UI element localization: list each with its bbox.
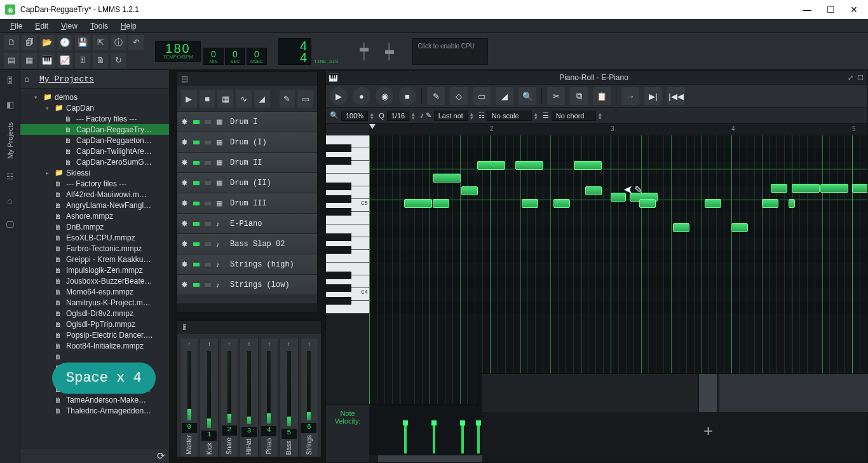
song-play-button[interactable]: ▶	[181, 90, 197, 107]
folder-row[interactable]: ▸📁Skiessi	[20, 167, 169, 178]
track-row[interactable]: ✸ ♪ E-Piano	[177, 213, 317, 233]
note[interactable]	[820, 184, 848, 193]
pr-scale-field[interactable]: ☷ No scale ▴▾	[478, 111, 538, 121]
track-row[interactable]: ✸ ▦ Drum (II)	[177, 172, 317, 193]
song-auto-button[interactable]: ◢	[254, 90, 270, 107]
pr-record-button[interactable]: ●	[353, 87, 370, 105]
folder-row[interactable]: ▾📁CapDan	[20, 102, 169, 113]
cpu-meter[interactable]: Click to enable CPU	[412, 38, 488, 65]
pr-select-button[interactable]: ▭	[473, 87, 491, 105]
note-grid[interactable]: ➤✎	[369, 135, 867, 404]
pr-next-button[interactable]: →	[621, 87, 639, 105]
reload-icon[interactable]: ⟳	[157, 450, 165, 462]
export-button[interactable]: ⇱	[93, 35, 108, 50]
note[interactable]	[433, 199, 449, 208]
rail-computer-icon[interactable]: 🖵	[4, 218, 17, 231]
velocity-bar[interactable]	[461, 423, 464, 453]
file-row[interactable]: 🗎CapDan-TwilightAre…	[20, 146, 169, 156]
file-row[interactable]: 🗎--- Factory files ---	[20, 178, 169, 189]
info-button[interactable]: ⓘ	[111, 35, 126, 50]
new-project-button[interactable]: 🗋	[4, 35, 19, 50]
file-row[interactable]: 🗎EsoXLB-CPU.mmpz	[20, 232, 169, 243]
gear-icon[interactable]: ✸	[181, 117, 188, 127]
send-arrow-icon[interactable]: ↑	[287, 338, 290, 349]
rail-my-projects-label[interactable]: My Projects	[6, 122, 14, 158]
pr-detune-button[interactable]: ◢	[496, 87, 513, 105]
solo-led[interactable]	[205, 283, 211, 287]
fader[interactable]	[247, 351, 251, 424]
mute-led[interactable]	[193, 120, 200, 124]
mute-led[interactable]	[193, 141, 200, 144]
timeline-minimap[interactable]: +	[482, 373, 867, 462]
pr-zoom-button[interactable]: 🔍	[519, 87, 536, 105]
gear-icon[interactable]: ✸	[181, 280, 188, 289]
file-row[interactable]: 🗎Thaledric-Armageddon…	[20, 405, 169, 416]
track-row[interactable]: ✸ ▦ Drum I	[177, 111, 317, 132]
mixer-channel[interactable]: ↑ 2 Snare	[220, 338, 238, 457]
mute-led[interactable]	[193, 181, 200, 185]
rail-samples-icon[interactable]: ◧	[4, 98, 17, 111]
track-row[interactable]: ✸ ♪ Bass Slap 02	[177, 233, 317, 254]
pr-recplay-button[interactable]: ◉	[376, 87, 393, 105]
file-row[interactable]: 🗎Ashore.mmpz	[20, 211, 169, 221]
fader[interactable]	[187, 351, 191, 420]
file-row[interactable]: 🗎--- Factory files ---	[20, 113, 169, 124]
send-arrow-icon[interactable]: ↑	[187, 338, 191, 349]
velocity-bar[interactable]	[477, 423, 480, 453]
note[interactable]	[477, 161, 505, 170]
send-arrow-icon[interactable]: ↑	[247, 338, 250, 349]
bb-button[interactable]: ▦	[22, 53, 37, 68]
track-row[interactable]: ✸ ▦ Drum III	[177, 193, 317, 213]
solo-led[interactable]	[205, 242, 211, 246]
note[interactable]	[852, 184, 867, 193]
gear-icon[interactable]: ✸	[181, 219, 188, 228]
open-button[interactable]: 📂	[39, 35, 55, 50]
velocity-bar[interactable]	[404, 423, 407, 453]
menu-file[interactable]: File	[4, 20, 29, 32]
minimize-button[interactable]: —	[803, 4, 811, 15]
note[interactable]	[789, 199, 795, 208]
solo-led[interactable]	[205, 141, 211, 144]
mixer-channel[interactable]: ↑ 3 HiHat	[240, 338, 258, 457]
piano-keyboard[interactable]: C5C4	[326, 135, 369, 404]
file-row[interactable]: 🗎Impulslogik-Zen.mmpz	[20, 265, 169, 275]
automation-button[interactable]: 📈	[57, 53, 72, 68]
pr-ruler[interactable]: 2345	[326, 124, 867, 135]
send-arrow-icon[interactable]: ↑	[227, 338, 231, 349]
mixer-channel[interactable]: ↑ 1 Kick	[200, 338, 218, 457]
mute-led[interactable]	[193, 242, 200, 246]
note[interactable]	[731, 223, 748, 232]
fader[interactable]	[227, 351, 231, 423]
gear-icon[interactable]: ✸	[181, 198, 188, 208]
note[interactable]	[522, 199, 538, 208]
pr-paste-button[interactable]: 📋	[593, 87, 611, 105]
pr-chord-field[interactable]: ☰ No chord ▴▾	[543, 111, 602, 121]
pr-skipstart-button[interactable]: |◀◀	[667, 87, 685, 105]
note[interactable]	[574, 161, 602, 170]
songed-button[interactable]: ▤	[4, 53, 19, 68]
add-segment-icon[interactable]: +	[703, 421, 713, 441]
file-row[interactable]: 🗎CapDan-ReggaeTry…	[20, 124, 169, 135]
pr-play-button[interactable]: ▶	[330, 87, 348, 105]
file-row[interactable]: 🗎Greippi - Krem Kaakku…	[20, 254, 169, 265]
note[interactable]	[585, 186, 602, 195]
file-row[interactable]: 🗎Jousboxx-BuzzerBeate…	[20, 275, 169, 286]
grip-icon[interactable]: ▤	[181, 74, 191, 83]
master-pitch-slider[interactable]	[377, 36, 400, 67]
save-button[interactable]: 💾	[75, 35, 90, 50]
note[interactable]	[771, 184, 787, 193]
pianoroll-max-icon[interactable]: ☐	[857, 74, 864, 82]
gear-icon[interactable]: ✸	[181, 259, 188, 269]
menu-view[interactable]: View	[55, 20, 84, 32]
fader[interactable]	[267, 351, 271, 424]
pianoroll-button[interactable]: 🎹	[39, 53, 55, 68]
bpm-display[interactable]: 180 TEMPO/BPM	[155, 41, 201, 62]
file-row[interactable]: 🗎Namitryus-K-Project.m…	[20, 297, 169, 308]
mute-led[interactable]	[193, 283, 200, 287]
solo-led[interactable]	[205, 161, 211, 165]
pr-erase-button[interactable]: ◇	[450, 87, 468, 105]
mute-led[interactable]	[193, 263, 200, 266]
notes-button[interactable]: 🗎	[93, 53, 108, 68]
pr-copy-button[interactable]: ⧉	[570, 87, 588, 105]
home-icon[interactable]: ⌂	[24, 74, 36, 85]
